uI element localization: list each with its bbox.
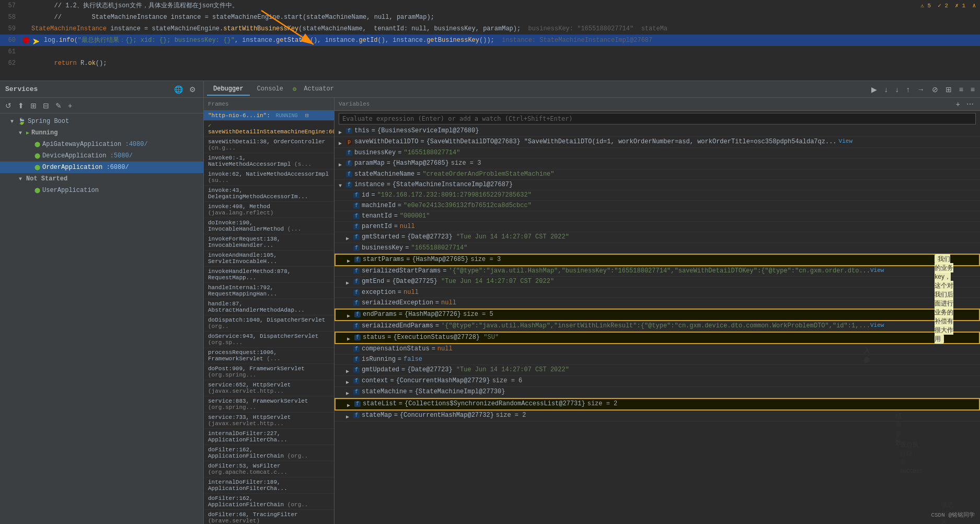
tree-apigateway[interactable]: ⬤ ApiGatewayApplication :4080/ (0, 139, 203, 150)
frame-item-15[interactable]: doPost:909, FrameworkServlet (org.spring… (204, 364, 334, 380)
var-name: serializedStartParams (362, 267, 441, 275)
frame-item-20[interactable]: doFilter:162, ApplicationFilterChain (or… (204, 445, 334, 461)
frame-item-18[interactable]: service:733, HttpServlet (javax.servlet.… (204, 413, 334, 429)
var-gmtend[interactable]: ▶ f gmtEnd = {Date@27725} "Tue Jun 14 14… (335, 277, 980, 288)
var-businesskey[interactable]: f businessKey = "1655188027714" (335, 148, 980, 158)
globe-icon-btn[interactable]: 🌐 (172, 84, 185, 95)
frame-item-14[interactable]: processRequest:1006, FrameworkServlet (.… (204, 348, 334, 364)
var-exception[interactable]: f exception = null (335, 288, 980, 298)
frame-item-9[interactable]: invokeHandlerMethod:878, RequestMapp... (204, 267, 334, 283)
table-view-btn[interactable]: ⊞ (943, 84, 954, 95)
var-statemachinename[interactable]: f stateMachineName = "createOrderAndProb… (335, 169, 980, 180)
frame-item-7[interactable]: invokeForRequest:138, InvocableHandler..… (204, 234, 334, 250)
tree-notstarted-section[interactable]: ▼ Not Started (0, 173, 203, 185)
tree-running-section[interactable]: ▼ ▶ Running (0, 127, 203, 139)
var-serializedendparams[interactable]: f serializedEndParams = '{"@type":"java.… (335, 321, 980, 332)
var-parammap[interactable]: ▶ f paramMap = {HashMap@27685} size = 3 (335, 158, 980, 169)
view-link[interactable]: View (870, 322, 884, 328)
var-bkey-inner[interactable]: f businessKey = "1655188027714" (335, 243, 980, 254)
eval-input[interactable] (339, 113, 976, 124)
frame-item-23[interactable]: doFilter:162, ApplicationFilterChain (or… (204, 494, 334, 510)
resume-btn[interactable]: ▶ (869, 84, 879, 95)
var-name: gmtStarted (362, 233, 399, 241)
frame-item-5[interactable]: invoke:498, Method (java.lang.reflect) (204, 202, 334, 218)
var-endparams[interactable]: ▶ f endParams = {HashMap@27726} size = 5 (335, 309, 980, 321)
eq: = (405, 244, 409, 252)
restart-btn[interactable]: ↺ (3, 100, 14, 111)
tree-device[interactable]: ⬤ DeviceApplication :5080/ (0, 150, 203, 162)
frame-item-24[interactable]: doFilter:68, TracingFilter (brave.servle… (204, 510, 334, 524)
var-gmtstarted[interactable]: ▶ f gmtStarted = {Date@27723} "Tue Jun 1… (335, 232, 980, 243)
var-statemachine[interactable]: ▶ f stateMachine = {StateMachineImpl@277… (335, 387, 980, 398)
frame-item-19[interactable]: internalDoFilter:227, ApplicationFilterC… (204, 429, 334, 445)
var-context[interactable]: ▶ f context = {ConcurrentHashMap@27729} … (335, 376, 980, 387)
var-tenantid[interactable]: f tenantId = "000001" (335, 211, 980, 222)
var-status[interactable]: ▶ f status = {ExecutionStatus@27728} "SU… (335, 332, 980, 344)
add-watch-btn[interactable]: + (954, 99, 962, 109)
frame-item-6[interactable]: doInvoke:190, InvocableHandlerMethod (..… (204, 218, 334, 234)
frame-item-12[interactable]: doDispatch:1040, DispatcherServlet (org.… (204, 315, 334, 332)
frame-item-17[interactable]: service:883, FrameworkServlet (org.sprin… (204, 396, 334, 413)
filter-icon[interactable]: ⊟ (305, 112, 309, 119)
stop-btn[interactable]: ⊘ (930, 84, 940, 95)
expand-icon (346, 291, 353, 297)
var-serializedstartparams[interactable]: f serializedStartParams = '{"@type":"jav… (335, 266, 980, 277)
var-instance[interactable]: ▼ f instance = {StateMachineInstanceImpl… (335, 180, 980, 190)
filter-btn[interactable]: ⊟ (41, 100, 51, 111)
var-startparams[interactable]: ▶ f startParams = {HashMap@27685} size =… (335, 254, 980, 266)
frame-item-0[interactable]: ✓ saveWithDetailInStatemachineEngine:60 (204, 121, 334, 137)
step-out-btn[interactable]: ↑ (904, 84, 912, 95)
frame-item-10[interactable]: handleInternal:792, RequestMappingHan... (204, 283, 334, 299)
up-btn[interactable]: ⬆ (16, 100, 26, 111)
var-isrunning[interactable]: f isRunning = false (335, 355, 980, 365)
step-into-btn[interactable]: ↓ (893, 84, 901, 95)
tree-user[interactable]: ⬤ UserApplication (0, 185, 203, 196)
frame-item-running[interactable]: "http-nio-6...in": RUNNING ⊟ (204, 110, 334, 121)
var-savedto[interactable]: ▶ p saveWithDetailDTO = {SaveWithDetailD… (335, 137, 980, 148)
frame-item-16[interactable]: service:652, HttpServlet (javax.servlet.… (204, 380, 334, 396)
settings-icon-btn[interactable]: ⚙ (187, 84, 198, 95)
line-number: 60 (0, 35, 21, 46)
frame-item-11[interactable]: handle:87, AbstractHandlerMethodAdap... (204, 299, 334, 315)
var-gmtupdated[interactable]: ▶ f gmtUpdated = {Date@27723} "Tue Jun 1… (335, 365, 980, 376)
var-parentid[interactable]: f parentId = null (335, 222, 980, 232)
tree-btn[interactable]: ⊞ (28, 100, 39, 111)
var-id[interactable]: f id = "192.168.172.232:8091:27998165229… (335, 190, 980, 201)
tree-spring-boot[interactable]: ▼ 🍃 Spring Boot (0, 116, 203, 127)
frame-item-22[interactable]: internalDoFilter:189, ApplicationFilterC… (204, 477, 334, 494)
expand-arrow: ▼ (19, 130, 24, 136)
var-statemap[interactable]: ▶ f stateMap = {ConcurrentHashMap@27732}… (335, 411, 980, 422)
settings-btn[interactable]: ≡ (957, 84, 965, 95)
frame-item-21[interactable]: doFilter:53, WsFilter (org.apache.tomcat… (204, 461, 334, 477)
var-serializedexception[interactable]: f serializedException = null (335, 298, 980, 309)
frame-item-1[interactable]: saveWithDetail:38, OrderController (cn.g… (204, 137, 334, 153)
run-cursor-btn[interactable]: → (915, 84, 927, 95)
tree-order[interactable]: ⬤ OrderApplication :6080/ (0, 162, 203, 173)
view-link[interactable]: View (870, 267, 884, 274)
edit-btn[interactable]: ✎ (53, 100, 64, 111)
tab-debugger[interactable]: Debugger (207, 83, 250, 96)
expand-icon (346, 358, 353, 363)
expand-icon: ▼ (339, 183, 346, 189)
more-btn[interactable]: ≡ (969, 84, 977, 95)
frame-item-2[interactable]: invoke0:-1, NativeMethodAccessorImpl (s.… (204, 153, 334, 169)
var-statelist[interactable]: ▶ f stateList = {Collections$Synchronize… (335, 398, 980, 411)
eq: = (432, 345, 435, 352)
frame-item-13[interactable]: doService:943, DispatcherServlet (org.sp… (204, 332, 334, 348)
variables-list: ▶ f this = {BusinessServiceImpl@27680} ▶… (335, 126, 980, 524)
expand-icon: ▶ (347, 336, 354, 342)
tab-console[interactable]: Console (251, 83, 290, 96)
var-this[interactable]: ▶ f this = {BusinessServiceImpl@27680} (335, 126, 980, 137)
var-name: paramMap (354, 160, 385, 167)
var-compensationstatus[interactable]: f compensationStatus = null (335, 344, 980, 355)
view-link[interactable]: View (839, 138, 852, 144)
step-over-btn[interactable]: ↓ (882, 84, 890, 95)
frame-item-8[interactable]: invokeAndHandle:105, ServletInvocableH..… (204, 250, 334, 267)
frame-item-4[interactable]: invoke:43, DelegatingMethodAccessorIm... (204, 186, 334, 202)
more-options-btn[interactable]: ⋯ (964, 99, 976, 109)
var-machineid[interactable]: f machineId = "e0e7e2413c396132fb76512ca… (335, 201, 980, 211)
frame-item-3[interactable]: invoke:62, NativeMethodAccessorImpl (su.… (204, 169, 334, 186)
tab-actuator[interactable]: Actuator (297, 83, 340, 96)
code-line-59: 59 StateMachineInstance instance = state… (0, 23, 980, 35)
add-btn[interactable]: + (66, 100, 74, 111)
